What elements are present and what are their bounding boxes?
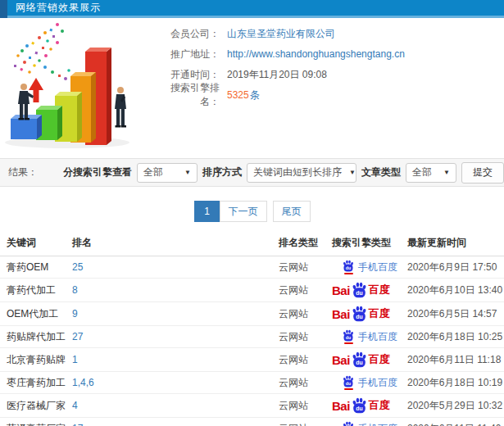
rank-link[interactable]: 4 — [72, 400, 78, 411]
table-row: 药贴牌代加工 27 云网站 Bai du 百度 — [0, 326, 504, 348]
mobile-baidu-label: 手机百度 — [358, 261, 397, 274]
keyword-cell: 膏药OEM — [0, 256, 66, 279]
article-type-label: 文章类型 — [361, 165, 401, 179]
column-header-updated: 最新更新时间 — [401, 231, 504, 256]
table-header-row: 关键词 排名 排名类型 搜索引擎类型 最新更新时间 — [0, 231, 504, 256]
updated-cell: 2020年6月9日 17:50 — [401, 256, 504, 279]
engine-type-cell: Bai du 百度 — [325, 394, 401, 418]
rank-count-number: 5325 — [227, 89, 249, 101]
keyword-cell: OEM代加工 — [0, 302, 66, 326]
mobile-baidu-icon: du — [343, 329, 354, 344]
filter-bar: 结果： 分搜索引擎查看 全部 ▼ 排序方式 关键词由短到长排序 ▼ 文章类型 全… — [0, 158, 504, 187]
member-label: 会员公司： — [156, 27, 220, 41]
engine-type-cell: Bai du 百度 — [325, 279, 401, 302]
baidu-paw-icon: du — [352, 397, 367, 414]
rank-type-cell: 云网站 — [272, 256, 325, 279]
rank-count-unit-link[interactable]: 条 — [250, 89, 260, 101]
mobile-baidu-logo: du 手机百度 — [343, 421, 397, 426]
baidu-logo-text: Bai — [332, 283, 350, 297]
page-button-current[interactable]: 1 — [194, 201, 220, 222]
rank-type-cell: 云网站 — [272, 394, 325, 418]
rank-type-cell: 云网站 — [272, 326, 325, 348]
rank-link[interactable]: 9 — [72, 308, 78, 320]
rank-cell: 27 — [66, 326, 272, 348]
rank-cell: 4 — [66, 394, 272, 418]
keyword-cell: 膏药代加工 — [0, 279, 66, 302]
table-row: 枣庄膏药加工 1,4,6 云网站 Bai du 百度 — [0, 372, 504, 394]
rank-cell: 1 — [66, 348, 272, 372]
growth-chart-illustration — [0, 18, 156, 151]
engine-view-label: 分搜索引擎查看 — [63, 165, 132, 179]
rank-type-cell: 云网站 — [272, 279, 325, 302]
next-page-button[interactable]: 下一页 — [220, 201, 267, 222]
mobile-baidu-label: 手机百度 — [358, 330, 397, 344]
rank-link[interactable]: 1 — [72, 354, 78, 365]
member-company-link[interactable]: 山东皇圣堂药业有限公司 — [227, 27, 335, 41]
updated-cell: 2020年6月18日 10:25 — [401, 326, 504, 348]
rank-link[interactable]: 8 — [72, 284, 78, 296]
mobile-baidu-underline — [344, 342, 353, 344]
baidu-paw-icon: du — [343, 421, 354, 426]
mobile-baidu-icon: du — [343, 421, 354, 426]
rank-link[interactable]: 25 — [72, 261, 83, 273]
table-row: OEM代加工 9 云网站 Bai du 百度 — [0, 302, 504, 326]
baidu-logo-text: Bai — [332, 399, 350, 413]
keyword-cell: 药贴牌代加工 — [0, 326, 66, 348]
keyword-cell: 医疗器械厂家 — [0, 394, 66, 418]
svg-text:du: du — [346, 265, 351, 270]
engine-type-cell: Bai du 百度 — [325, 326, 401, 348]
updated-cell: 2020年6月11日 11:40 — [401, 418, 504, 426]
baidu-paw-icon: du — [343, 260, 354, 272]
rank-link[interactable]: 17 — [72, 423, 83, 426]
chevron-down-icon: ▼ — [184, 169, 191, 176]
column-header-keyword: 关键词 — [0, 231, 66, 256]
baidu-logo-suffix: 百度 — [369, 306, 390, 321]
baidu-logo-suffix: 百度 — [369, 283, 390, 297]
mobile-baidu-logo: du 手机百度 — [343, 375, 397, 390]
result-label: 结果： — [8, 165, 38, 179]
svg-text:du: du — [356, 360, 362, 365]
keyword-cell: 枣庄膏药加工 — [0, 372, 66, 394]
pagination: 1 下一页 尾页 — [0, 201, 504, 222]
last-page-button[interactable]: 尾页 — [273, 201, 311, 222]
updated-cell: 2020年6月11日 11:18 — [401, 348, 504, 372]
engine-type-cell: Bai du 百度 — [325, 348, 401, 372]
chevron-down-icon: ▼ — [443, 169, 450, 176]
mobile-baidu-logo: du 手机百度 — [343, 260, 397, 274]
sort-select[interactable]: 关键词由短到长排序 ▼ — [247, 163, 356, 183]
site-label: 推广地址： — [156, 48, 220, 61]
rank-link[interactable]: 27 — [72, 331, 83, 342]
rank-count-label: 搜索引擎排名： — [156, 81, 220, 109]
baidu-logo-text: Bai — [332, 353, 350, 367]
table-row: 膏药代加工 8 云网站 Bai du 百度 — [0, 279, 504, 302]
mobile-baidu-icon: du — [343, 260, 354, 274]
engine-type-cell: Bai du 百度 — [325, 418, 401, 426]
engine-view-select[interactable]: 全部 ▼ — [137, 163, 198, 183]
updated-cell: 2020年6月5日 14:57 — [401, 302, 504, 326]
info-row-site: 推广地址： http://www.shandonghuangshengtang.… — [156, 48, 504, 61]
table-row: 膏药OEM 25 云网站 Bai du 百度 — [0, 256, 504, 279]
company-info-list: 会员公司： 山东皇圣堂药业有限公司 推广地址： http://www.shand… — [156, 18, 504, 154]
businessman-right — [115, 87, 126, 128]
page-title: 网络营销效果展示 — [16, 1, 101, 15]
filter-controls: 分搜索引擎查看 全部 ▼ 排序方式 关键词由短到长排序 ▼ 文章类型 全部 ▼ … — [63, 162, 504, 184]
up-arrow — [29, 78, 43, 102]
baidu-logo-suffix: 百度 — [369, 398, 390, 413]
svg-text:du: du — [356, 314, 362, 320]
keyword-cell: 菏泽膏药厂家 — [0, 418, 66, 426]
chevron-down-icon: ▼ — [349, 169, 356, 176]
table-row: 菏泽膏药厂家 17 云网站 Bai du 百度 — [0, 418, 504, 426]
sort-selected: 关键词由短到长排序 — [253, 165, 342, 179]
keyword-cell: 北京膏药贴牌 — [0, 348, 66, 372]
column-header-rank-type: 排名类型 — [272, 231, 325, 256]
rank-cell: 1,4,6 — [66, 372, 272, 394]
table-body: 膏药OEM 25 云网站 Bai du 百度 — [0, 256, 504, 426]
rank-cell: 17 — [66, 418, 272, 426]
svg-text:du: du — [356, 406, 362, 411]
baidu-logo-suffix: 百度 — [369, 352, 390, 367]
rank-link[interactable]: 1,4,6 — [72, 377, 94, 388]
article-type-select[interactable]: 全部 ▼ — [406, 163, 456, 183]
promotion-url-link[interactable]: http://www.shandonghuangshengtang.cn — [227, 48, 405, 60]
rank-type-cell: 云网站 — [272, 348, 325, 372]
submit-button[interactable]: 提交 — [461, 162, 504, 184]
